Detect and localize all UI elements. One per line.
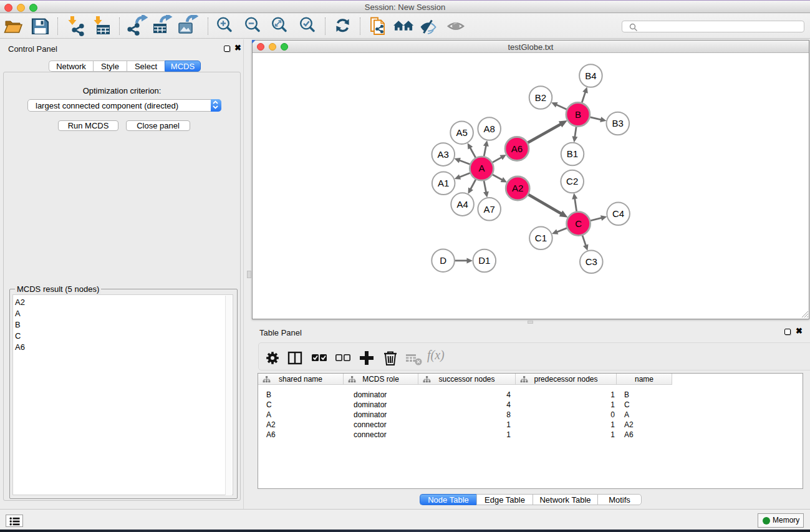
svg-text:A2: A2	[512, 183, 523, 193]
svg-text:D: D	[440, 255, 446, 266]
svg-text:C4: C4	[612, 208, 624, 219]
svg-text:C: C	[575, 218, 582, 229]
svg-text:A: A	[478, 163, 485, 173]
svg-text:C3: C3	[586, 256, 597, 267]
svg-text:A7: A7	[484, 204, 495, 215]
svg-text:B2: B2	[535, 92, 546, 103]
svg-text:B4: B4	[585, 70, 596, 81]
svg-text:C2: C2	[566, 176, 578, 186]
svg-text:A6: A6	[511, 143, 523, 154]
svg-text:A1: A1	[438, 178, 449, 188]
svg-text:B1: B1	[567, 148, 578, 159]
svg-text:A8: A8	[484, 123, 495, 134]
svg-text:B: B	[575, 109, 581, 120]
svg-text:C1: C1	[535, 233, 547, 243]
svg-text:B3: B3	[612, 118, 624, 128]
svg-text:D1: D1	[478, 255, 490, 266]
svg-text:A5: A5	[456, 127, 467, 138]
svg-text:A4: A4	[456, 199, 468, 210]
svg-text:A3: A3	[438, 149, 449, 160]
